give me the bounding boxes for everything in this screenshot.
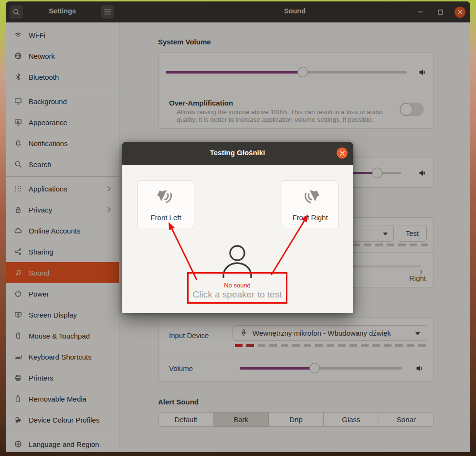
sidebar-item-label: Appearance xyxy=(29,118,119,127)
volume-levels-slider-handle[interactable] xyxy=(372,168,382,178)
sidebar-item-notifications[interactable]: Notifications xyxy=(6,133,119,154)
sidebar-item-screen-display[interactable]: Screen Display xyxy=(6,304,119,325)
sidebar-item-printers[interactable]: Printers xyxy=(6,367,119,388)
sidebar: Wi-Fi Network Bluetooth Background Appea… xyxy=(6,22,119,452)
sidebar-item-keyboard-shortcuts[interactable]: Keyboard Shortcuts xyxy=(6,346,119,367)
share-icon xyxy=(14,248,22,255)
sidebar-item-mouse-touchpad[interactable]: Mouse & Touchpad xyxy=(6,325,119,346)
test-speakers-button[interactable]: Test xyxy=(398,225,427,242)
annotation-no-sound: No sound xyxy=(189,282,286,289)
sidebar-item-language-region[interactable]: Language and Region xyxy=(6,434,119,452)
hamburger-icon xyxy=(104,9,111,15)
alert-sound-segmented: Default Bark Drip Glass Sonar xyxy=(158,412,434,427)
over-amplification-description: Allows raising the volume above 100%. Th… xyxy=(177,108,394,123)
sidebar-item-sound[interactable]: Sound xyxy=(6,262,119,283)
maximize-button[interactable] xyxy=(434,6,446,18)
separator xyxy=(159,353,434,353)
front-left-label: Front Left xyxy=(138,213,194,222)
color-profiles-icon xyxy=(14,416,22,424)
sidebar-item-label: Network xyxy=(29,52,119,60)
slider-fill xyxy=(240,367,315,370)
close-icon xyxy=(340,151,345,156)
sidebar-item-online-accounts[interactable]: Online Accounts xyxy=(6,220,119,241)
sidebar-separator xyxy=(6,176,119,177)
sidebar-item-appearance[interactable]: Appearance xyxy=(6,112,119,133)
sidebar-separator xyxy=(6,432,119,432)
alert-option-glass[interactable]: Glass xyxy=(323,413,378,426)
front-right-speaker-button[interactable]: Front Right xyxy=(282,180,338,228)
sidebar-item-network[interactable]: Network xyxy=(6,45,119,66)
sidebar-item-label: Removable Media xyxy=(29,395,119,403)
sidebar-item-label: Bluetooth xyxy=(29,73,119,81)
dialog-close-button[interactable] xyxy=(337,148,348,159)
sidebar-item-label: Wi-Fi xyxy=(29,31,119,39)
input-volume-slider[interactable] xyxy=(240,367,402,370)
speaker-volume-icon xyxy=(418,68,427,77)
keyboard-icon xyxy=(14,353,22,361)
sidebar-item-label: Sound xyxy=(29,269,119,277)
minimize-button[interactable] xyxy=(414,6,426,18)
input-device-dropdown[interactable]: Wewnętrzny mikrofon - Wbudowany dźwięk xyxy=(233,325,427,341)
bell-icon xyxy=(14,139,22,147)
sidebar-item-label: Keyboard Shortcuts xyxy=(29,353,119,361)
system-volume-slider[interactable] xyxy=(166,71,407,74)
sidebar-item-background[interactable]: Background xyxy=(6,91,119,112)
usb-icon xyxy=(14,395,22,403)
sidebar-item-label: Privacy xyxy=(29,206,119,214)
sidebar-item-label: Search xyxy=(29,160,119,169)
sidebar-item-label: Mouse & Touchpad xyxy=(29,332,119,340)
titlebar-right: Sound xyxy=(119,1,470,22)
sidebar-item-search[interactable]: Search xyxy=(6,154,119,175)
music-note-icon xyxy=(14,269,22,276)
chevron-down-icon xyxy=(415,332,420,335)
input-volume-slider-handle[interactable] xyxy=(309,363,320,373)
alert-option-sonar[interactable]: Sonar xyxy=(379,413,434,426)
sidebar-item-label: Device Colour Profiles xyxy=(29,416,119,424)
sidebar-item-privacy[interactable]: Privacy xyxy=(6,199,119,220)
sidebar-item-label: Notifications xyxy=(29,139,119,148)
sidebar-item-sharing[interactable]: Sharing xyxy=(6,241,119,262)
speaker-volume-icon xyxy=(415,364,424,373)
front-left-speaker-button[interactable]: Front Left xyxy=(138,180,194,228)
system-volume-slider-handle[interactable] xyxy=(297,67,308,77)
sidebar-item-removable-media[interactable]: Removable Media xyxy=(6,388,119,409)
over-amplification-toggle[interactable] xyxy=(400,103,423,116)
input-level-meter xyxy=(258,344,427,347)
slider-fill xyxy=(166,71,303,74)
sidebar-item-device-colour-profiles[interactable]: Device Colour Profiles xyxy=(6,409,119,430)
sidebar-item-bluetooth[interactable]: Bluetooth xyxy=(6,66,119,87)
speaker-volume-icon xyxy=(418,169,427,178)
sidebar-item-label: Applications xyxy=(29,185,119,193)
input-device-label: Input Device xyxy=(169,331,209,339)
system-volume-card: Over-Amplification Allows raising the vo… xyxy=(158,53,434,129)
chevron-right-icon xyxy=(107,206,111,213)
sidebar-item-applications[interactable]: Applications xyxy=(6,178,119,199)
alert-option-bark[interactable]: Bark xyxy=(213,413,268,426)
chevron-right-icon xyxy=(107,185,111,192)
speaker-test-hint: Click a speaker to test xyxy=(189,289,286,300)
close-button[interactable] xyxy=(455,7,465,18)
sidebar-item-label: Sharing xyxy=(29,248,119,256)
monitor-icon xyxy=(14,97,22,105)
speaker-left-icon xyxy=(155,186,177,208)
sidebar-item-power[interactable]: Power xyxy=(6,283,119,304)
speaker-right-icon xyxy=(299,186,321,208)
alert-option-default[interactable]: Default xyxy=(159,413,213,426)
lock-icon xyxy=(14,206,22,213)
over-amplification-title: Over-Amplification xyxy=(169,99,233,107)
dialog-titlebar: Testing Głośniki xyxy=(122,142,353,165)
alert-option-drip[interactable]: Drip xyxy=(268,413,323,426)
display-icon xyxy=(14,311,22,318)
input-volume-label: Volume xyxy=(169,364,193,372)
sidebar-separator xyxy=(6,89,119,89)
appearance-icon xyxy=(14,118,22,126)
power-icon xyxy=(14,290,22,297)
close-icon xyxy=(458,10,463,14)
titlebar-left: Settings xyxy=(6,1,119,22)
dialog-title: Testing Głośniki xyxy=(122,148,353,157)
menu-button[interactable] xyxy=(101,5,114,19)
sidebar-item-wifi[interactable]: Wi-Fi xyxy=(6,24,119,45)
language-icon xyxy=(14,440,22,448)
mouse-icon xyxy=(14,332,22,339)
sidebar-item-label: Printers xyxy=(29,374,119,382)
